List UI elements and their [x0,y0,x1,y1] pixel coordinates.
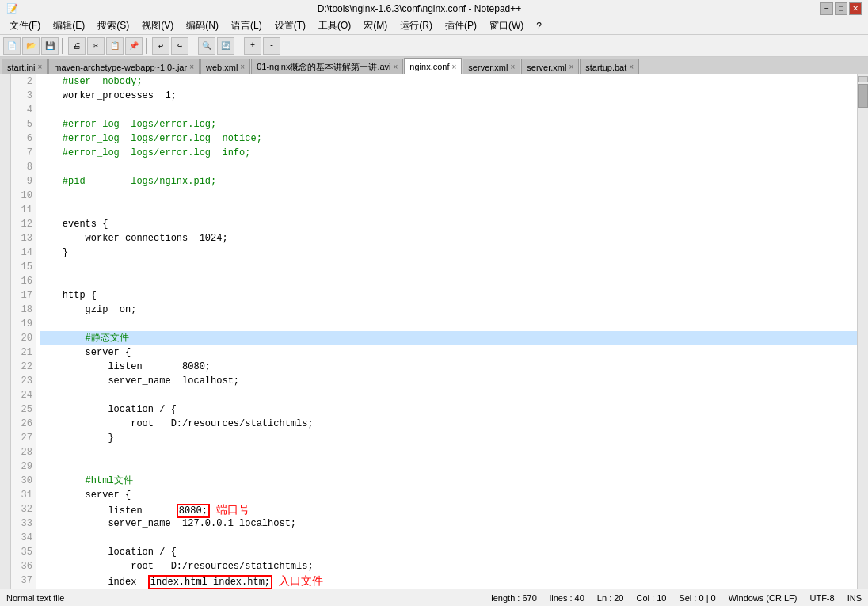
code-line-17: http { [40,288,857,303]
menu-bar: 文件(F)编辑(E)搜索(S)视图(V)编码(N)语言(L)设置(T)工具(O)… [0,17,868,35]
line-num-19: 19 [11,317,32,331]
menu-item-f[interactable]: 文件(F) [3,17,47,34]
menu-item-o[interactable]: 工具(O) [312,17,357,34]
minimize-button[interactable]: − [820,2,833,15]
scrollbar[interactable] [857,74,868,589]
tab-close-1[interactable]: × [189,63,194,71]
tb-open[interactable]: 📂 [22,37,40,55]
tab-1[interactable]: maven-archetype-webapp~1.0-.jar× [48,59,200,74]
code-text-33: server_name 127.0.0.1 localhost; [40,518,296,529]
tb-sep3 [192,38,195,54]
line-num-4: 4 [11,103,32,117]
code-text-12: events { [40,219,108,230]
tb-print[interactable]: 🖨 [68,37,86,55]
menu-item-l[interactable]: 语言(L) [225,17,268,34]
code-line-18: gzip on; [40,303,857,317]
tab-close-6[interactable]: × [569,63,573,71]
line-numbers: 2345678910111213141516171819202122232425… [11,74,36,589]
code-text-21: server { [40,347,131,358]
close-button[interactable]: ✕ [849,2,862,15]
tab-close-4[interactable]: × [452,63,457,71]
line-num-2: 2 [11,74,32,89]
code-text-36: root D:/resources/statichtmls; [40,561,314,572]
code-text-18: gzip on; [40,304,136,315]
tab-label-1: maven-archetype-webapp~1.0-.jar [54,63,187,72]
code-text-3: worker_processes 1; [40,90,177,101]
menu-item-n[interactable]: 编码(N) [180,17,225,34]
tb-cut[interactable]: ✂ [87,37,105,55]
tb-find[interactable]: 🔍 [198,37,215,55]
tab-close-2[interactable]: × [240,63,245,71]
left-margin [0,74,11,589]
code-text-35: location / { [40,547,177,558]
tab-2[interactable]: web.xml× [200,59,250,74]
tab-close-3[interactable]: × [394,63,398,71]
code-text-2: #user nobody; [40,76,143,87]
scroll-thumb[interactable] [858,84,868,108]
line-num-13: 13 [11,231,32,246]
tab-label-2: web.xml [206,63,238,72]
line-num-34: 34 [11,531,32,545]
code-line-13: worker_connections 1024; [40,231,857,246]
code-text-25: location / { [40,404,177,415]
code-line-23: server_name localhost; [40,374,857,388]
tb-zoom-out[interactable]: - [263,37,280,55]
menu-item-r[interactable]: 运行(R) [394,17,439,34]
title-bar: 📝 D:\tools\nginx-1.6.3\conf\nginx.conf -… [0,0,868,17]
tab-label-7: startup.bat [585,63,626,72]
menu-item-w[interactable]: 窗口(W) [483,17,530,34]
code-line-20: #静态文件 [40,331,857,345]
menu-item-v[interactable]: 视图(V) [135,17,180,34]
code-line-16 [40,274,857,288]
tab-3[interactable]: 01-nginx概念的基本讲解第一讲.avi× [251,59,403,74]
code-line-19 [40,317,857,331]
status-bar: Normal text file length : 670 lines : 40… [0,589,868,606]
tb-new[interactable]: 📄 [3,37,21,55]
line-num-3: 3 [11,89,32,103]
menu-item-t[interactable]: 设置(T) [268,17,312,34]
code-line-15 [40,260,857,274]
tb-undo[interactable]: ↩ [152,37,169,55]
menu-item-p[interactable]: 插件(P) [439,17,483,34]
tb-replace[interactable]: 🔄 [217,37,234,55]
line-num-30: 30 [11,474,32,488]
tb-copy[interactable]: 📋 [106,37,124,55]
code-text-5: #error_log logs/error.log; [40,119,216,130]
menu-item-m[interactable]: 宏(M) [357,17,394,34]
line-num-15: 15 [11,260,32,274]
tab-5[interactable]: server.xml× [463,59,520,74]
tb-paste[interactable]: 📌 [125,37,143,55]
window-title: D:\tools\nginx-1.6.3\conf\nginx.conf - N… [18,3,820,14]
tab-6[interactable]: server.xml× [521,59,579,74]
code-box-index: index.html index.htm; [148,575,272,589]
tab-close-7[interactable]: × [629,63,634,71]
menu-item-[interactable]: ? [530,19,548,33]
tab-label-5: server.xml [468,63,508,72]
menu-item-e[interactable]: 编辑(E) [47,17,91,34]
tab-0[interactable]: start.ini× [2,59,48,74]
tab-4[interactable]: nginx.conf× [404,58,462,74]
status-lines: lines : 40 [550,593,584,603]
code-area[interactable]: #user nobody; worker_processes 1; #error… [36,74,857,589]
tab-close-0[interactable]: × [37,63,42,71]
code-text-6: #error_log logs/error.log notice; [40,133,262,144]
status-encoding: Windows (CR LF) [729,593,798,603]
tab-close-5[interactable]: × [510,63,515,71]
tab-bar: start.ini×maven-archetype-webapp~1.0-.ja… [0,57,868,74]
code-text-23: server_name localhost; [40,375,239,387]
status-ins: INS [847,593,862,603]
line-num-9: 9 [11,174,32,189]
tb-zoom-in[interactable]: + [244,37,261,55]
tb-redo[interactable]: ↪ [171,37,188,55]
tb-save[interactable]: 💾 [41,37,59,55]
maximize-button[interactable]: □ [835,2,847,15]
line-num-37: 37 [11,574,32,588]
line-num-24: 24 [11,388,32,402]
menu-item-s[interactable]: 搜索(S) [91,17,135,34]
editor-container: 2345678910111213141516171819202122232425… [0,74,868,589]
code-line-33: server_name 127.0.0.1 localhost; [40,516,857,531]
line-num-16: 16 [11,274,32,288]
line-num-28: 28 [11,445,32,459]
line-num-22: 22 [11,360,32,374]
tab-7[interactable]: startup.bat× [580,59,639,74]
